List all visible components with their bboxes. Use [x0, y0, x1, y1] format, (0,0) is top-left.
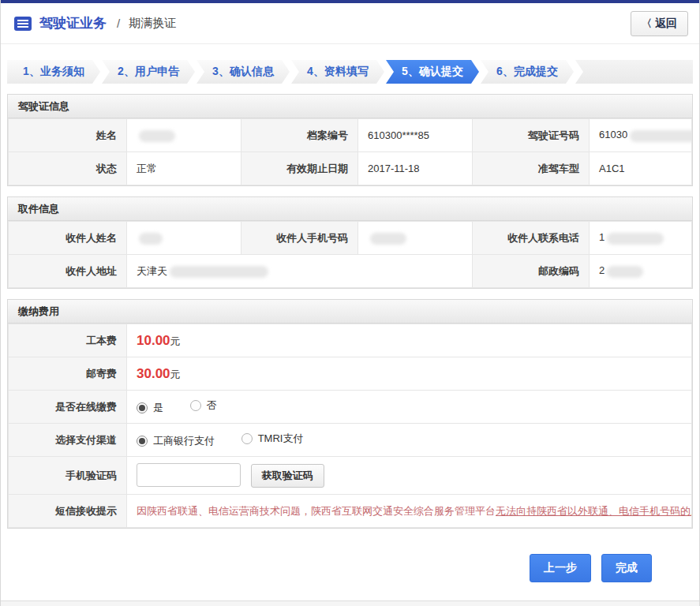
redacted-name [139, 130, 175, 142]
sms-code-input[interactable] [137, 463, 241, 487]
status-value: 正常 [127, 152, 241, 185]
online-payment-options: 是 否 [127, 391, 692, 424]
form-list-icon [13, 16, 32, 32]
valid-until-label: 有效期止日期 [241, 152, 358, 185]
previous-step-button[interactable]: 上一步 [530, 554, 591, 582]
payment-table: 工本费 10.00元 邮寄费 30.00元 是否在线缴费 是 [8, 324, 692, 528]
redacted-license-no [630, 130, 691, 142]
channel-icbc-radio[interactable]: 工商银行支付 [137, 434, 215, 448]
step-4: 4、资料填写 [291, 60, 384, 84]
name-value [127, 119, 241, 152]
vehicle-class-value: A1C1 [590, 152, 692, 185]
table-row: 收件人姓名 收件人手机号码 收件人联系电话 1 [9, 222, 692, 255]
pickup-info-section: 取件信息 收件人姓名 收件人手机号码 收件人联系电话 1 收件人地址 天津天 邮… [7, 196, 693, 289]
postal-code-prefix: 2 [599, 264, 605, 276]
recipient-phone-value: 1 [590, 222, 692, 255]
payment-channel-label: 选择支付渠道 [9, 424, 127, 457]
pickup-info-table: 收件人姓名 收件人手机号码 收件人联系电话 1 收件人地址 天津天 邮政编码 2 [8, 221, 692, 288]
table-row: 姓名 档案编号 610300****85 驾驶证号码 61030X [9, 119, 692, 152]
notice-part1: 因陕西省联通、电信运营商技术问题，陕西省互联网交通安全综合服务管理平台 [137, 505, 496, 517]
online-payment-no-radio[interactable]: 否 [190, 398, 217, 413]
channel-tmri-label: TMRI支付 [258, 432, 304, 446]
step-3: 3、确认信息 [197, 60, 290, 84]
license-no-prefix: 61030 [599, 129, 627, 140]
file-no-label: 档案编号 [241, 119, 358, 152]
radio-unchecked-icon [190, 400, 201, 411]
table-row: 是否在线缴费 是 否 [9, 391, 692, 424]
vehicle-class-label: 准驾车型 [473, 152, 590, 185]
production-fee-amount: 10.00 [137, 333, 170, 348]
table-row: 手机验证码 获取验证码 [9, 457, 692, 495]
recipient-name-label: 收件人姓名 [9, 222, 127, 255]
step-6: 6、完成提交 [481, 60, 574, 84]
recipient-address-label: 收件人地址 [9, 255, 127, 288]
sms-notice-label: 短信接收提示 [9, 495, 127, 528]
recipient-phone-prefix: 1 [599, 231, 605, 243]
step-5-current: 5、确认提交 [386, 60, 479, 84]
radio-checked-icon [137, 402, 148, 413]
radio-unchecked-icon [241, 433, 253, 444]
wizard-step-bar: 1、业务须知 2、用户申告 3、确认信息 4、资料填写 5、确认提交 6、完成提… [7, 60, 693, 84]
channel-tmri-radio[interactable]: TMRI支付 [241, 432, 304, 446]
postal-code-value: 2 [590, 255, 692, 288]
license-info-title: 驾驶证信息 [8, 95, 692, 118]
mailing-fee-value: 30.00元 [127, 357, 692, 391]
name-label: 姓名 [9, 119, 127, 152]
online-payment-label: 是否在线缴费 [9, 391, 127, 424]
file-no-value: 610300****85 [358, 119, 473, 152]
payment-section: 缴纳费用 工本费 10.00元 邮寄费 30.00元 是否在线缴费 [7, 299, 693, 529]
license-renewal-page: 驾驶证业务 / 期满换证 〈 返回 1、业务须知 2、用户申告 3、确认信息 4… [0, 0, 700, 606]
channel-icbc-label: 工商银行支付 [153, 434, 215, 448]
mailing-fee-amount: 30.00 [137, 366, 170, 381]
table-row: 短信接收提示 因陕西省联通、电信运营商技术问题，陕西省互联网交通安全综合服务管理… [9, 495, 692, 528]
recipient-address-value: 天津天 [127, 255, 473, 288]
sms-notice-text: 因陕西省联通、电信运营商技术问题，陕西省互联网交通安全综合服务管理平台无法向持陕… [127, 495, 692, 528]
back-chevron-icon: 〈 [642, 17, 652, 31]
currency-unit: 元 [170, 368, 181, 380]
license-info-section: 驾驶证信息 姓名 档案编号 610300****85 驾驶证号码 61030X … [7, 94, 693, 186]
page-header: 驾驶证业务 / 期满换证 〈 返回 [1, 3, 699, 44]
payment-channel-options: 工商银行支付 TMRI支付 [127, 424, 692, 457]
payment-title: 缴纳费用 [8, 300, 692, 324]
finish-button[interactable]: 完成 [601, 554, 652, 582]
redacted-recipient-name [139, 233, 163, 245]
redacted-recipient-address [170, 266, 268, 278]
production-fee-value: 10.00元 [127, 324, 692, 357]
sms-code-label: 手机验证码 [9, 457, 127, 495]
form-actions: 上一步 完成 [1, 529, 699, 590]
recipient-address-prefix: 天津天 [137, 265, 167, 277]
online-yes-label: 是 [153, 401, 163, 415]
sms-code-field-cell: 获取验证码 [127, 457, 692, 495]
table-row: 工本费 10.00元 [9, 324, 692, 357]
table-row: 收件人地址 天津天 邮政编码 2 [9, 255, 692, 288]
page-title: 驾驶证业务 [39, 14, 107, 32]
license-info-table: 姓名 档案编号 610300****85 驾驶证号码 61030X 状态 正常 … [8, 118, 692, 185]
license-no-value: 61030X [590, 119, 692, 152]
table-row: 选择支付渠道 工商银行支付 TMRI支付 [9, 424, 692, 457]
breadcrumb-separator: / [117, 17, 120, 30]
redacted-recipient-phone [607, 233, 664, 245]
license-no-label: 驾驶证号码 [473, 119, 590, 152]
currency-unit: 元 [170, 335, 181, 347]
postal-code-label: 邮政编码 [473, 255, 590, 288]
radio-checked-icon [137, 436, 148, 447]
breadcrumb: 驾驶证业务 / 期满换证 [13, 14, 176, 32]
table-row: 邮寄费 30.00元 [9, 357, 692, 391]
breadcrumb-current: 期满换证 [129, 16, 176, 31]
production-fee-label: 工本费 [9, 324, 127, 357]
step-2: 2、用户申告 [102, 60, 195, 84]
step-bar-filler [575, 60, 693, 84]
redacted-recipient-mobile [370, 233, 406, 245]
get-code-button[interactable]: 获取验证码 [251, 464, 324, 488]
recipient-name-value [127, 222, 241, 255]
recipient-mobile-value [358, 222, 473, 255]
pickup-info-title: 取件信息 [8, 197, 692, 221]
back-button[interactable]: 〈 返回 [631, 11, 688, 36]
redacted-postal-code [607, 266, 643, 278]
online-no-label: 否 [207, 398, 217, 413]
recipient-phone-label: 收件人联系电话 [473, 222, 590, 255]
footer-strip [1, 600, 699, 606]
recipient-mobile-label: 收件人手机号码 [241, 222, 358, 255]
online-payment-yes-radio[interactable]: 是 [137, 401, 163, 415]
back-button-label: 返回 [655, 17, 677, 31]
